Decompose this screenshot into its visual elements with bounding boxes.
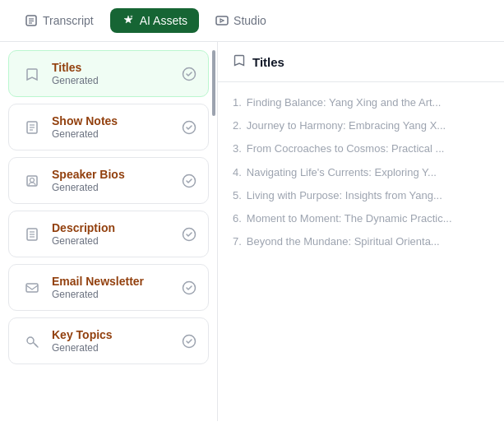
document-icon <box>21 223 44 246</box>
content-title: Titles <box>252 55 284 69</box>
show-notes-label: Show Notes <box>52 114 173 127</box>
email-icon <box>21 276 44 299</box>
list-num: 2. <box>233 118 242 133</box>
show-notes-check-icon <box>182 120 197 135</box>
titles-sublabel: Generated <box>52 75 173 86</box>
sidebar-item-show-notes[interactable]: Show Notes Generated <box>8 104 209 150</box>
list-item: 4. Navigating Life's Currents: Exploring… <box>233 165 489 180</box>
tab-studio-label: Studio <box>234 14 266 27</box>
speaker-bios-sublabel: Generated <box>52 182 173 193</box>
list-item: 1. Finding Balance: Yang Xing and the Ar… <box>233 95 489 110</box>
bookmark-icon <box>21 63 44 86</box>
email-newsletter-label: Email Newsletter <box>52 275 173 288</box>
speaker-bios-label: Speaker Bios <box>52 168 173 181</box>
svg-point-12 <box>30 178 35 182</box>
content-header-bookmark-icon <box>233 53 246 70</box>
svg-rect-4 <box>216 16 228 25</box>
speaker-bios-item-text: Speaker Bios Generated <box>52 168 173 193</box>
list-item: 7. Beyond the Mundane: Spiritual Orienta… <box>233 234 489 249</box>
tab-ai-assets-label: AI Assets <box>140 14 187 27</box>
scrollbar[interactable] <box>212 50 215 116</box>
tab-studio[interactable]: Studio <box>204 8 278 33</box>
tab-ai-assets[interactable]: AI Assets <box>110 8 199 33</box>
titles-label: Titles <box>52 61 173 74</box>
sidebar: Titles Generated Show No <box>0 42 218 421</box>
tab-transcript-label: Transcript <box>43 14 94 27</box>
list-num: 4. <box>233 165 242 180</box>
key-topics-sublabel: Generated <box>52 342 173 354</box>
sidebar-item-key-topics[interactable]: Key Topics Generated <box>8 317 209 364</box>
list-item: 5. Living with Purpose: Insights from Ya… <box>233 188 489 203</box>
list-text: Living with Purpose: Insights from Yang.… <box>247 188 442 203</box>
key-topics-check-icon <box>182 334 197 349</box>
list-text: Moment to Moment: The Dynamic Practic... <box>247 211 452 226</box>
description-label: Description <box>52 221 173 234</box>
list-text: Journey to Harmony: Embracing Yang X... <box>247 118 446 133</box>
list-num: 5. <box>233 188 242 203</box>
list-num: 6. <box>233 211 242 226</box>
content-header: Titles <box>218 42 504 82</box>
list-num: 1. <box>233 95 242 110</box>
list-item: 6. Moment to Moment: The Dynamic Practic… <box>233 211 489 226</box>
sidebar-item-titles[interactable]: Titles Generated <box>8 50 209 97</box>
sidebar-item-email-newsletter[interactable]: Email Newsletter Generated <box>8 264 209 311</box>
email-newsletter-check-icon <box>182 280 197 295</box>
content-body: 1. Finding Balance: Yang Xing and the Ar… <box>218 82 504 421</box>
ai-assets-icon <box>122 14 135 27</box>
top-navigation: Transcript AI Assets Studio <box>0 0 504 42</box>
titles-item-text: Titles Generated <box>52 61 173 86</box>
speaker-bios-check-icon <box>182 174 197 188</box>
email-newsletter-item-text: Email Newsletter Generated <box>52 275 173 300</box>
list-num: 7. <box>233 234 242 249</box>
list-item: 2. Journey to Harmony: Embracing Yang X.… <box>233 118 489 133</box>
list-text: From Cocroaches to Cosmos: Practical ... <box>247 141 445 156</box>
sidebar-item-description[interactable]: Description Generated <box>8 211 209 257</box>
list-text: Beyond the Mundane: Spiritual Orienta... <box>247 234 440 249</box>
main-layout: Titles Generated Show No <box>0 42 504 421</box>
transcript-icon <box>25 14 38 27</box>
sidebar-item-speaker-bios[interactable]: Speaker Bios Generated <box>8 157 209 204</box>
key-icon <box>21 330 44 353</box>
list-num: 3. <box>233 141 242 156</box>
svg-rect-19 <box>26 284 38 292</box>
key-topics-label: Key Topics <box>52 328 173 341</box>
description-item-text: Description Generated <box>52 221 173 247</box>
description-sublabel: Generated <box>52 235 173 247</box>
studio-icon <box>215 14 229 27</box>
list-text: Navigating Life's Currents: Exploring Y.… <box>247 165 437 180</box>
show-notes-sublabel: Generated <box>52 128 173 140</box>
person-icon <box>21 169 44 192</box>
list-item: 3. From Cocroaches to Cosmos: Practical … <box>233 141 489 156</box>
svg-point-21 <box>27 337 34 344</box>
content-panel: Titles 1. Finding Balance: Yang Xing and… <box>218 42 504 421</box>
show-notes-item-text: Show Notes Generated <box>52 114 173 140</box>
key-topics-item-text: Key Topics Generated <box>52 328 173 354</box>
description-check-icon <box>182 227 197 242</box>
titles-list: 1. Finding Balance: Yang Xing and the Ar… <box>233 95 489 249</box>
list-text: Finding Balance: Yang Xing and the Art..… <box>247 95 442 110</box>
titles-check-icon <box>182 67 197 81</box>
notes-icon <box>21 116 44 139</box>
email-newsletter-sublabel: Generated <box>52 289 173 300</box>
tab-transcript[interactable]: Transcript <box>13 8 105 33</box>
